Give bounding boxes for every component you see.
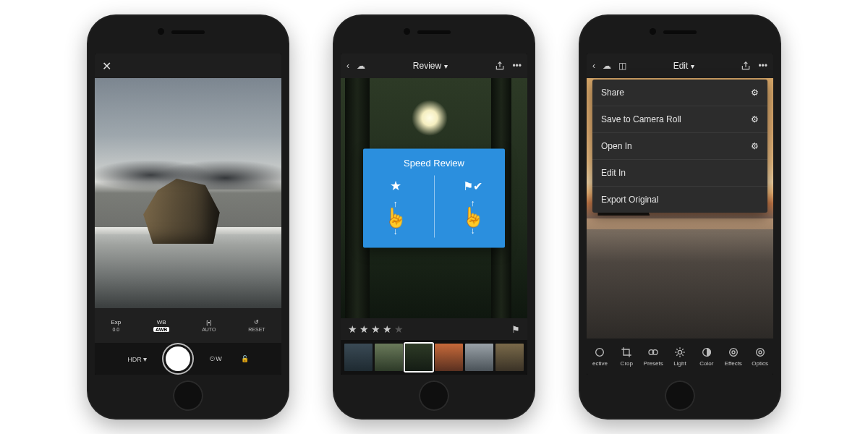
tool-label: ective	[592, 360, 608, 367]
wb-label: WB	[157, 319, 166, 326]
flag-icon[interactable]: ⚑	[511, 324, 520, 335]
cloud-icon[interactable]: ☁	[603, 61, 611, 71]
svg-point-5	[732, 351, 735, 354]
overlay-row: ★ ↑☝↓ ⚑✔ ↑☝↓	[370, 176, 498, 238]
star-2[interactable]: ★	[359, 323, 369, 335]
flag-check-icon: ⚑✔	[463, 179, 482, 192]
tool-label: Crop	[621, 360, 633, 367]
chevron-down-icon: ▾	[143, 355, 147, 363]
beach	[587, 229, 773, 339]
exposure-label: Exp	[111, 319, 121, 326]
thumb-2[interactable]	[375, 344, 403, 371]
tool-optics[interactable]: Optics	[746, 339, 773, 375]
phone-edit: ‹ ☁ ◫ Edit ▾ •••	[579, 14, 781, 420]
svg-point-0	[596, 349, 604, 357]
thumb-6[interactable]	[495, 344, 524, 371]
lock-icon[interactable]: 🔓	[241, 355, 249, 362]
svg-point-8	[759, 351, 762, 354]
star-5[interactable]: ★	[394, 323, 404, 335]
cloud-icon[interactable]: ☁	[357, 61, 365, 71]
hand-icon: ☝	[384, 208, 407, 227]
home-button[interactable]	[173, 380, 203, 411]
overlay-divider	[434, 176, 435, 238]
overlay-title: Speed Review	[370, 158, 498, 169]
review-topbar: ‹ ☁ Review ▾ •••	[341, 54, 527, 78]
tool-label: Color	[699, 360, 713, 367]
gear-icon[interactable]: ⚙	[751, 114, 759, 124]
phone-camera: ✕ Exp 0.0 WB AWB [•] A	[87, 14, 289, 420]
tool-crop[interactable]: Crop	[613, 339, 640, 375]
thumb-3[interactable]	[405, 344, 433, 371]
hand-icon: ☝	[461, 207, 485, 226]
hdr-mode[interactable]: HDR ▾	[127, 355, 147, 363]
menu-open-in[interactable]: Open In ⚙	[592, 133, 767, 160]
rate-gesture-col: ★ ↑☝↓	[384, 178, 407, 236]
menu-label: Edit In	[601, 168, 626, 178]
more-icon[interactable]: •••	[512, 61, 522, 71]
exposure-control[interactable]: Exp 0.0	[111, 319, 121, 332]
tool-presets[interactable]: Presets	[640, 339, 667, 375]
timer-toggle[interactable]: ⏲W	[209, 355, 222, 362]
star-4[interactable]: ★	[383, 323, 392, 335]
tool-selective[interactable]: ective	[587, 339, 613, 375]
share-icon[interactable]	[495, 61, 505, 71]
chevron-down-icon: ▾	[444, 62, 448, 70]
menu-save-camera-roll[interactable]: Save to Camera Roll ⚙	[592, 106, 767, 133]
swipe-arrows: ↑☝↓	[461, 198, 485, 234]
menu-edit-in[interactable]: Edit In	[592, 160, 767, 187]
star-3[interactable]: ★	[371, 323, 380, 335]
gear-icon[interactable]: ⚙	[751, 141, 759, 151]
swipe-arrows: ↑☝↓	[384, 200, 407, 236]
viewfinder[interactable]	[95, 78, 281, 308]
thumb-4[interactable]	[435, 344, 463, 371]
filmstrip[interactable]	[341, 340, 527, 375]
hdr-label: HDR	[127, 356, 142, 363]
edit-title[interactable]: Edit ▾	[634, 61, 733, 71]
review-photo[interactable]: Speed Review ★ ↑☝↓ ⚑✔ ↑☝↓	[341, 78, 527, 318]
focus-icon: [•]	[206, 319, 211, 326]
home-button[interactable]	[419, 380, 449, 411]
menu-label: Open In	[601, 141, 632, 151]
share-icon[interactable]	[741, 61, 751, 71]
tool-effects[interactable]: Effects	[720, 339, 746, 375]
thumb-1[interactable]	[344, 344, 373, 371]
menu-export-original[interactable]: Export Original	[592, 187, 767, 213]
review-title[interactable]: Review ▾	[373, 61, 488, 71]
chevron-down-icon: ▾	[691, 62, 694, 70]
speed-review-overlay: Speed Review ★ ↑☝↓ ⚑✔ ↑☝↓	[363, 149, 505, 248]
star-icon: ★	[390, 178, 401, 194]
back-icon[interactable]: ‹	[592, 61, 595, 71]
tool-label: Effects	[725, 360, 742, 367]
tool-color[interactable]: Color	[693, 339, 720, 375]
menu-label: Export Original	[601, 195, 658, 205]
edit-title-text: Edit	[673, 61, 689, 71]
focus-control[interactable]: [•] AUTO	[202, 319, 216, 332]
reset-icon: ↺	[254, 319, 259, 326]
star-1[interactable]: ★	[348, 323, 357, 335]
reset-control[interactable]: ↺ RESET	[248, 319, 265, 332]
svg-point-7	[756, 349, 764, 357]
tool-label: Optics	[752, 360, 768, 367]
home-button[interactable]	[665, 380, 695, 411]
compare-icon[interactable]: ◫	[618, 61, 626, 71]
focus-label: AUTO	[202, 327, 216, 332]
svg-point-3	[678, 350, 681, 354]
tool-light[interactable]: Light	[667, 339, 694, 375]
wb-control[interactable]: WB AWB	[153, 319, 169, 332]
shutter-button[interactable]	[166, 346, 190, 371]
menu-label: Share	[601, 88, 624, 98]
wb-chip: AWB	[153, 327, 169, 332]
camera-tool-row: Exp 0.0 WB AWB [•] AUTO ↺ RESET	[95, 308, 281, 343]
more-icon[interactable]: •••	[758, 61, 767, 71]
shutter-bar: HDR ▾ ⏲W 🔓	[95, 343, 281, 375]
back-icon[interactable]: ‹	[346, 61, 349, 71]
showcase-stage: ✕ Exp 0.0 WB AWB [•] A	[0, 0, 868, 434]
menu-label: Save to Camera Roll	[601, 114, 681, 124]
edit-tool-row: ective Crop Presets Light Color Effects …	[587, 339, 773, 375]
gear-icon[interactable]: ⚙	[751, 88, 759, 98]
screen-edit: ‹ ☁ ◫ Edit ▾ •••	[587, 54, 773, 375]
camera-topbar: ✕	[95, 54, 281, 78]
menu-share[interactable]: Share ⚙	[592, 80, 767, 106]
close-icon[interactable]: ✕	[102, 59, 111, 73]
thumb-5[interactable]	[465, 344, 493, 371]
